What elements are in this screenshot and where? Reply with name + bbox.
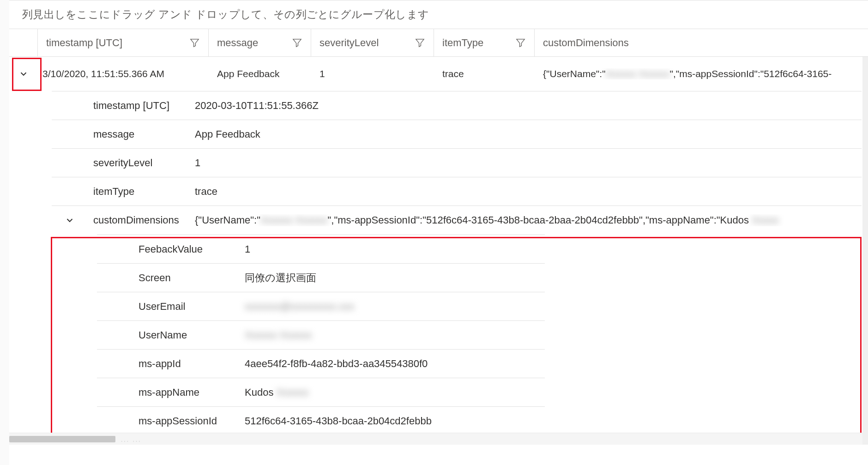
dim-label: ms-appSessionId: [139, 415, 245, 427]
customdimensions-properties: FeebackValue 1 Screen 同僚の選択画面 UserEmail …: [97, 235, 545, 435]
dim-row-username: UserName Xxxxxx Xxxxxx: [97, 321, 545, 350]
detail-label: severityLevel: [52, 157, 195, 169]
filter-icon[interactable]: [292, 37, 302, 48]
column-header-expand: [9, 29, 38, 56]
column-header-severitylevel[interactable]: severityLevel: [311, 29, 434, 56]
column-header-label: message: [217, 37, 258, 49]
dim-row-screen: Screen 同僚の選択画面: [97, 264, 545, 292]
horizontal-scrollbar-track[interactable]: … …: [9, 433, 862, 445]
chevron-down-icon: [18, 69, 29, 79]
detail-label: itemType: [52, 186, 195, 198]
dim-label: ms-appName: [139, 386, 245, 399]
dim-label: UserEmail: [139, 301, 245, 313]
customdimensions-expand-toggle[interactable]: [52, 215, 93, 225]
detail-row-itemtype: itemType trace: [52, 177, 862, 206]
dim-value: Xxxxxx Xxxxxx: [245, 329, 545, 341]
group-by-hint: 列見出しをここにドラッグ アンド ドロップして、その列ごとにグループ化します: [22, 7, 429, 22]
detail-label: customDimensions: [93, 214, 195, 226]
vertical-scrollbar[interactable]: [862, 57, 868, 445]
detail-value: 1: [195, 157, 862, 169]
pane-drag-handle[interactable]: [0, 172, 1, 186]
detail-label: timestamp [UTC]: [52, 100, 195, 112]
dim-value: xxxxxxx@xxxxxxxxx.xxx: [245, 301, 545, 313]
dim-value: 1: [245, 243, 545, 255]
dim-row-msappsessionid: ms-appSessionId 512f6c64-3165-43b8-bcaa-…: [97, 407, 545, 435]
grid-body: 3/10/2020, 11:51:55.366 AM App Feedback …: [9, 57, 868, 445]
dim-label: Screen: [139, 272, 245, 284]
chevron-down-icon: [65, 215, 75, 225]
redacted-text: Xxxxxx Xxxxxx: [606, 68, 670, 79]
cell-itemtype: trace: [434, 68, 535, 79]
column-header-label: timestamp [UTC]: [46, 37, 122, 49]
redacted-text: Xxxxxx Xxxxxx: [245, 329, 312, 341]
column-header-label: severityLevel: [319, 37, 379, 49]
dim-row-feedbackvalue: FeebackValue 1: [97, 235, 545, 264]
horizontal-scrollbar-thumb[interactable]: [9, 436, 115, 442]
redacted-text: xxxxxxx@xxxxxxxxx.xxx: [245, 301, 354, 312]
row-expand-toggle[interactable]: [9, 57, 38, 91]
column-header-timestamp[interactable]: timestamp [UTC]: [38, 29, 209, 56]
detail-row-timestamp: timestamp [UTC] 2020-03-10T11:51:55.366Z: [52, 91, 862, 120]
detail-row-customdimensions[interactable]: customDimensions {"UserName":"Xxxxxx Xxx…: [52, 206, 862, 235]
detail-label: message: [52, 128, 195, 140]
detail-value: {"UserName":"Xxxxxx Xxxxxx","ms-appSessi…: [195, 214, 862, 226]
column-header-row: timestamp [UTC] message severityLevel it…: [9, 29, 868, 57]
detail-value: App Feedback: [195, 128, 862, 140]
dim-label: ms-appId: [139, 358, 245, 370]
dim-label: UserName: [139, 329, 245, 341]
cell-message: App Feedback: [209, 68, 311, 79]
dim-row-useremail: UserEmail xxxxxxx@xxxxxxxxx.xxx: [97, 292, 545, 321]
dim-value: 同僚の選択画面: [245, 271, 545, 285]
filter-icon[interactable]: [189, 37, 200, 48]
detail-row-severitylevel: severityLevel 1: [52, 149, 862, 177]
redacted-text: Xxxxx: [752, 214, 779, 226]
detail-row-message: message App Feedback: [52, 120, 862, 149]
dim-label: FeebackValue: [139, 243, 245, 255]
cell-timestamp: 3/10/2020, 11:51:55.366 AM: [38, 68, 209, 79]
cell-severitylevel: 1: [311, 68, 434, 79]
redacted-text: Xxxxxx: [277, 386, 309, 398]
filter-icon[interactable]: [515, 37, 526, 48]
dim-value: Kudos Xxxxxx: [245, 386, 545, 399]
cell-customdimensions: {"UserName":"Xxxxxx Xxxxxx","ms-appSessi…: [535, 68, 868, 79]
column-header-label: itemType: [442, 37, 483, 49]
column-header-customdimensions[interactable]: customDimensions: [535, 29, 868, 56]
column-header-message[interactable]: message: [209, 29, 311, 56]
column-header-label: customDimensions: [543, 37, 629, 49]
column-header-itemtype[interactable]: itemType: [434, 29, 535, 56]
table-row[interactable]: 3/10/2020, 11:51:55.366 AM App Feedback …: [9, 57, 868, 91]
filter-icon[interactable]: [415, 37, 425, 48]
results-grid: 列見出しをここにドラッグ アンド ドロップして、その列ごとにグループ化します t…: [9, 0, 868, 465]
dim-row-msappid: ms-appId 4aee54f2-f8fb-4a82-bbd3-aa34554…: [97, 350, 545, 378]
redacted-text: Xxxxxx Xxxxxx: [260, 214, 327, 226]
group-by-dropzone[interactable]: 列見出しをここにドラッグ アンド ドロップして、その列ごとにグループ化します: [9, 0, 868, 29]
faded-overflow-text: … …: [120, 433, 858, 445]
dim-value: 512f6c64-3165-43b8-bcaa-2b04cd2febbb: [245, 415, 545, 427]
detail-value: trace: [195, 186, 862, 198]
dim-value: 4aee54f2-f8fb-4a82-bbd3-aa34554380f0: [245, 358, 545, 370]
row-detail-panel: timestamp [UTC] 2020-03-10T11:51:55.366Z…: [52, 91, 862, 235]
dim-row-msappname: ms-appName Kudos Xxxxxx: [97, 378, 545, 407]
detail-value: 2020-03-10T11:51:55.366Z: [195, 100, 862, 112]
